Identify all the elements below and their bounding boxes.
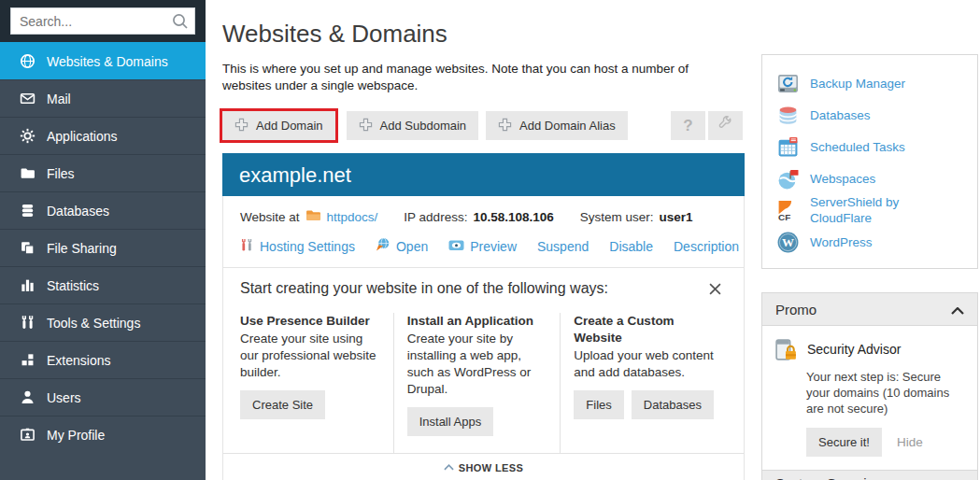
hosting-settings-icon	[240, 238, 254, 255]
system-user-label: System user:	[580, 210, 654, 224]
quicklink-label: Webspaces	[810, 171, 875, 187]
add-domain-button[interactable]: Add Domain	[222, 111, 335, 140]
preview-link[interactable]: Preview	[448, 238, 517, 255]
sidebar-item-label: Websites & Domains	[47, 54, 168, 69]
sidebar-item-users[interactable]: Users	[0, 378, 206, 416]
chevron-up-icon[interactable]	[951, 475, 964, 480]
security-advisor-icon	[774, 338, 799, 367]
promo-title: Promo	[775, 302, 817, 318]
website-at-label: Website at	[240, 210, 300, 224]
page-title: Websites & Domains	[222, 20, 745, 49]
plus-icon	[498, 118, 512, 134]
domain-card-body: Website at httpdocs/ IP address: 10.58.1…	[222, 196, 745, 480]
show-less-toggle[interactable]: SHOW LESS	[223, 453, 744, 480]
id-card-icon	[19, 427, 36, 444]
databases-icon	[775, 105, 800, 126]
sidebar-item-label: Extensions	[47, 353, 110, 368]
description-link[interactable]: Description	[674, 239, 739, 254]
disable-link[interactable]: Disable	[609, 239, 653, 254]
tools-icon	[19, 315, 36, 332]
quicklink-wordpress[interactable]: W WordPress	[775, 226, 964, 258]
sidebar-topbar	[0, 0, 206, 42]
sidebar-item-label: Users	[47, 390, 81, 405]
close-icon[interactable]	[705, 280, 725, 301]
ip-label: IP address:	[404, 210, 467, 224]
domain-info-row: Website at httpdocs/ IP address: 10.58.1…	[223, 196, 744, 229]
action-label: Description	[674, 239, 739, 254]
system-overview-title: System Overview	[775, 475, 885, 480]
sidebar-item-databases[interactable]: Databases	[0, 191, 206, 229]
sidebar-item-tools-settings[interactable]: Tools & Settings	[0, 304, 206, 341]
create-site-button[interactable]: Create Site	[240, 390, 325, 419]
sidebar-item-extensions[interactable]: Extensions	[0, 341, 206, 378]
option-title: Install an Application	[407, 313, 547, 330]
search-input[interactable]	[11, 8, 194, 34]
help-button[interactable]: ?	[671, 111, 705, 140]
create-section-title: Start creating your website in one of th…	[240, 280, 608, 297]
svg-text:W: W	[781, 235, 793, 249]
quicklink-servershield[interactable]: CF ServerShield by CloudFlare	[775, 194, 964, 226]
add-subdomain-label: Add Subdomain	[380, 119, 467, 133]
sidebar-item-files[interactable]: Files	[0, 154, 206, 191]
sidebar-item-websites-domains[interactable]: Websites & Domains	[0, 42, 206, 79]
webspaces-icon	[775, 168, 800, 190]
quick-links-panel: Backup Manager Databases Scheduled Tasks…	[761, 54, 978, 269]
chevron-up-icon[interactable]	[951, 302, 964, 318]
add-subdomain-button[interactable]: Add Subdomain	[347, 111, 479, 140]
quicklink-databases[interactable]: Databases	[775, 99, 964, 131]
sidebar-item-statistics[interactable]: Statistics	[0, 266, 206, 304]
install-apps-button[interactable]: Install Apps	[407, 407, 494, 436]
sidebar-item-mail[interactable]: Mail	[0, 79, 206, 117]
domain-actions-row: Hosting Settings Open Preview Suspend Di…	[223, 229, 744, 267]
sidebar-item-label: Statistics	[47, 278, 99, 293]
quicklink-backup-manager[interactable]: Backup Manager	[775, 67, 964, 99]
svg-text:CF: CF	[778, 211, 790, 221]
system-user-value: user1	[660, 210, 693, 224]
sidebar-item-label: My Profile	[47, 428, 105, 443]
action-label: Open	[396, 239, 428, 254]
plus-icon	[234, 118, 249, 134]
quicklink-scheduled-tasks[interactable]: Scheduled Tasks	[775, 131, 964, 162]
main-content: Websites & Domains This is where you set…	[222, 0, 745, 480]
settings-button[interactable]	[708, 111, 743, 140]
sidebar-item-label: Tools & Settings	[47, 316, 140, 331]
sidebar-item-label: File Sharing	[47, 241, 117, 256]
system-user: System user: user1	[580, 210, 693, 224]
quicklink-label: Backup Manager	[810, 76, 905, 92]
gear-icon	[19, 128, 36, 145]
databases-button[interactable]: Databases	[632, 390, 714, 419]
action-label: Suspend	[537, 239, 589, 254]
promo-header[interactable]: Promo	[761, 292, 978, 326]
open-link[interactable]: Open	[376, 237, 428, 255]
security-advisor-title: Security Advisor	[807, 338, 901, 357]
sidebar-item-applications[interactable]: Applications	[0, 117, 206, 154]
sidebar-item-file-sharing[interactable]: File Sharing	[0, 229, 206, 266]
quicklink-label: WordPress	[810, 234, 873, 250]
system-overview-panel: System Overview	[761, 470, 978, 480]
quicklink-webspaces[interactable]: Webspaces	[775, 162, 964, 194]
secure-it-button[interactable]: Secure it!	[806, 428, 882, 457]
hide-link[interactable]: Hide	[897, 435, 923, 449]
suspend-link[interactable]: Suspend	[537, 239, 589, 254]
quicklink-label: ServerShield by CloudFlare	[810, 194, 964, 226]
sidebar-item-label: Mail	[47, 92, 71, 106]
sidebar: Websites & Domains Mail Applications Fil…	[0, 0, 206, 480]
sidebar-item-my-profile[interactable]: My Profile	[0, 416, 206, 453]
scheduled-tasks-icon	[775, 136, 800, 158]
search-icon[interactable]	[172, 13, 189, 34]
files-button[interactable]: Files	[574, 390, 623, 419]
preview-eye-icon	[448, 238, 464, 255]
system-overview-header[interactable]: System Overview	[761, 470, 978, 480]
security-advisor-text: Your next step is: Secure your domains (…	[806, 369, 966, 416]
httpdocs-link[interactable]: httpdocs/	[327, 210, 378, 224]
ip-value: 10.58.108.106	[473, 210, 553, 224]
option-text: Create your site by installing a web app…	[407, 331, 547, 398]
mail-icon	[19, 91, 36, 107]
share-icon	[19, 240, 36, 257]
action-label: Hosting Settings	[260, 239, 355, 254]
action-label: Disable	[609, 239, 653, 254]
hosting-settings-link[interactable]: Hosting Settings	[240, 238, 355, 255]
sidebar-item-label: Files	[47, 166, 75, 181]
add-domain-alias-button[interactable]: Add Domain Alias	[486, 111, 628, 140]
domain-card-header: example.net	[222, 153, 745, 196]
